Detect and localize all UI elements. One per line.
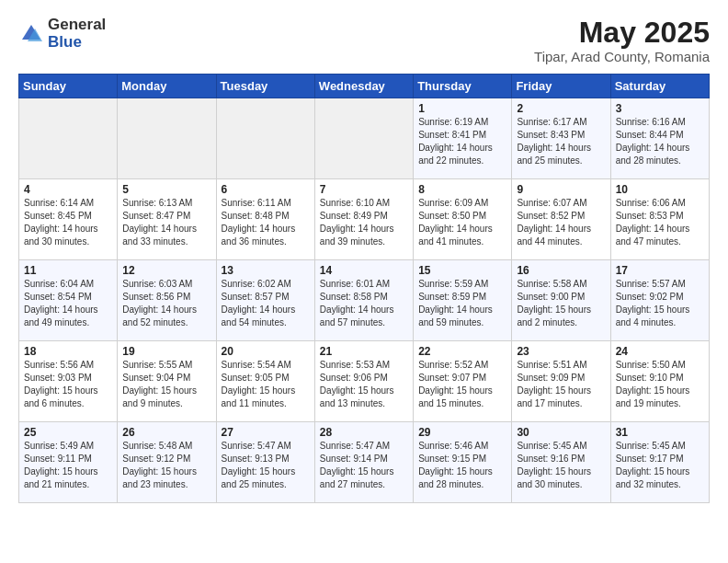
day-number: 27	[222, 426, 310, 439]
day-number: 30	[517, 426, 605, 439]
day-number: 23	[517, 345, 605, 358]
calendar-cell	[314, 98, 413, 179]
day-info: Sunrise: 6:10 AM Sunset: 8:49 PM Dayligh…	[320, 197, 408, 248]
calendar-cell: 12Sunrise: 6:03 AM Sunset: 8:56 PM Dayli…	[118, 260, 216, 341]
day-number: 1	[418, 102, 506, 115]
calendar-week-row: 4Sunrise: 6:14 AM Sunset: 8:45 PM Daylig…	[19, 179, 710, 260]
calendar-cell: 9Sunrise: 6:07 AM Sunset: 8:52 PM Daylig…	[512, 179, 610, 260]
day-info: Sunrise: 5:57 AM Sunset: 9:02 PM Dayligh…	[616, 278, 704, 329]
calendar-cell: 29Sunrise: 5:46 AM Sunset: 9:15 PM Dayli…	[414, 422, 512, 503]
calendar-cell: 8Sunrise: 6:09 AM Sunset: 8:50 PM Daylig…	[414, 179, 512, 260]
calendar-cell: 14Sunrise: 6:01 AM Sunset: 8:58 PM Dayli…	[314, 260, 413, 341]
calendar-cell: 26Sunrise: 5:48 AM Sunset: 9:12 PM Dayli…	[118, 422, 216, 503]
day-number: 22	[418, 345, 506, 358]
day-number: 11	[24, 264, 112, 277]
day-header-wednesday: Wednesday	[314, 75, 413, 98]
day-info: Sunrise: 5:52 AM Sunset: 9:07 PM Dayligh…	[418, 359, 506, 410]
calendar-subtitle: Tipar, Arad County, Romania	[534, 49, 710, 64]
logo-text: General Blue	[48, 17, 106, 51]
title-block: May 2025 Tipar, Arad County, Romania	[534, 17, 710, 64]
calendar-cell: 3Sunrise: 6:16 AM Sunset: 8:44 PM Daylig…	[610, 98, 709, 179]
day-number: 7	[320, 183, 408, 196]
calendar-week-row: 11Sunrise: 6:04 AM Sunset: 8:54 PM Dayli…	[19, 260, 710, 341]
day-info: Sunrise: 5:48 AM Sunset: 9:12 PM Dayligh…	[122, 440, 210, 491]
calendar-cell: 18Sunrise: 5:56 AM Sunset: 9:03 PM Dayli…	[19, 341, 118, 422]
day-number: 2	[517, 102, 605, 115]
day-info: Sunrise: 5:51 AM Sunset: 9:09 PM Dayligh…	[517, 359, 605, 410]
calendar-cell: 28Sunrise: 5:47 AM Sunset: 9:14 PM Dayli…	[314, 422, 413, 503]
day-info: Sunrise: 6:06 AM Sunset: 8:53 PM Dayligh…	[616, 197, 704, 248]
day-header-saturday: Saturday	[610, 75, 709, 98]
calendar-cell	[118, 98, 216, 179]
calendar-cell	[216, 98, 314, 179]
day-number: 6	[222, 183, 310, 196]
calendar-week-row: 18Sunrise: 5:56 AM Sunset: 9:03 PM Dayli…	[19, 341, 710, 422]
day-number: 16	[517, 264, 605, 277]
day-number: 8	[418, 183, 506, 196]
day-info: Sunrise: 5:47 AM Sunset: 9:13 PM Dayligh…	[222, 440, 310, 491]
day-info: Sunrise: 5:58 AM Sunset: 9:00 PM Dayligh…	[517, 278, 605, 329]
calendar-cell: 24Sunrise: 5:50 AM Sunset: 9:10 PM Dayli…	[610, 341, 709, 422]
calendar-table: SundayMondayTuesdayWednesdayThursdayFrid…	[18, 74, 710, 503]
day-number: 21	[320, 345, 408, 358]
calendar-cell: 22Sunrise: 5:52 AM Sunset: 9:07 PM Dayli…	[414, 341, 512, 422]
calendar-cell: 27Sunrise: 5:47 AM Sunset: 9:13 PM Dayli…	[216, 422, 314, 503]
day-number: 12	[122, 264, 210, 277]
day-number: 24	[616, 345, 704, 358]
page: General Blue May 2025 Tipar, Arad County…	[0, 0, 728, 520]
calendar-cell: 23Sunrise: 5:51 AM Sunset: 9:09 PM Dayli…	[512, 341, 610, 422]
day-number: 29	[418, 426, 506, 439]
day-info: Sunrise: 5:45 AM Sunset: 9:17 PM Dayligh…	[616, 440, 704, 491]
day-info: Sunrise: 5:47 AM Sunset: 9:14 PM Dayligh…	[320, 440, 408, 491]
day-info: Sunrise: 5:55 AM Sunset: 9:04 PM Dayligh…	[122, 359, 210, 410]
day-number: 20	[222, 345, 310, 358]
day-info: Sunrise: 6:04 AM Sunset: 8:54 PM Dayligh…	[24, 278, 112, 329]
calendar-cell: 16Sunrise: 5:58 AM Sunset: 9:00 PM Dayli…	[512, 260, 610, 341]
day-number: 10	[616, 183, 704, 196]
day-info: Sunrise: 6:09 AM Sunset: 8:50 PM Dayligh…	[418, 197, 506, 248]
calendar-cell	[19, 98, 118, 179]
day-number: 15	[418, 264, 506, 277]
day-info: Sunrise: 6:17 AM Sunset: 8:43 PM Dayligh…	[517, 116, 605, 167]
calendar-cell: 6Sunrise: 6:11 AM Sunset: 8:48 PM Daylig…	[216, 179, 314, 260]
day-info: Sunrise: 6:07 AM Sunset: 8:52 PM Dayligh…	[517, 197, 605, 248]
day-number: 4	[24, 183, 112, 196]
day-number: 31	[616, 426, 704, 439]
day-info: Sunrise: 5:53 AM Sunset: 9:06 PM Dayligh…	[320, 359, 408, 410]
day-number: 9	[517, 183, 605, 196]
day-info: Sunrise: 5:54 AM Sunset: 9:05 PM Dayligh…	[222, 359, 310, 410]
calendar-cell: 21Sunrise: 5:53 AM Sunset: 9:06 PM Dayli…	[314, 341, 413, 422]
day-number: 17	[616, 264, 704, 277]
logo: General Blue	[18, 17, 106, 51]
calendar-cell: 5Sunrise: 6:13 AM Sunset: 8:47 PM Daylig…	[118, 179, 216, 260]
calendar-cell: 4Sunrise: 6:14 AM Sunset: 8:45 PM Daylig…	[19, 179, 118, 260]
calendar-cell: 17Sunrise: 5:57 AM Sunset: 9:02 PM Dayli…	[610, 260, 709, 341]
calendar-cell: 11Sunrise: 6:04 AM Sunset: 8:54 PM Dayli…	[19, 260, 118, 341]
day-number: 28	[320, 426, 408, 439]
day-number: 14	[320, 264, 408, 277]
header: General Blue May 2025 Tipar, Arad County…	[18, 17, 710, 64]
day-header-monday: Monday	[118, 75, 216, 98]
day-number: 5	[122, 183, 210, 196]
day-info: Sunrise: 5:46 AM Sunset: 9:15 PM Dayligh…	[418, 440, 506, 491]
day-info: Sunrise: 6:13 AM Sunset: 8:47 PM Dayligh…	[122, 197, 210, 248]
calendar-cell: 7Sunrise: 6:10 AM Sunset: 8:49 PM Daylig…	[314, 179, 413, 260]
calendar-cell: 13Sunrise: 6:02 AM Sunset: 8:57 PM Dayli…	[216, 260, 314, 341]
calendar-week-row: 25Sunrise: 5:49 AM Sunset: 9:11 PM Dayli…	[19, 422, 710, 503]
calendar-cell: 1Sunrise: 6:19 AM Sunset: 8:41 PM Daylig…	[414, 98, 512, 179]
day-info: Sunrise: 6:01 AM Sunset: 8:58 PM Dayligh…	[320, 278, 408, 329]
calendar-cell: 15Sunrise: 5:59 AM Sunset: 8:59 PM Dayli…	[414, 260, 512, 341]
logo-icon	[18, 21, 44, 47]
day-header-row: SundayMondayTuesdayWednesdayThursdayFrid…	[19, 75, 710, 98]
day-header-friday: Friday	[512, 75, 610, 98]
day-number: 25	[24, 426, 112, 439]
day-info: Sunrise: 6:03 AM Sunset: 8:56 PM Dayligh…	[122, 278, 210, 329]
day-number: 13	[222, 264, 310, 277]
day-header-tuesday: Tuesday	[216, 75, 314, 98]
day-info: Sunrise: 5:49 AM Sunset: 9:11 PM Dayligh…	[24, 440, 112, 491]
calendar-cell: 10Sunrise: 6:06 AM Sunset: 8:53 PM Dayli…	[610, 179, 709, 260]
calendar-cell: 2Sunrise: 6:17 AM Sunset: 8:43 PM Daylig…	[512, 98, 610, 179]
day-number: 18	[24, 345, 112, 358]
day-number: 3	[616, 102, 704, 115]
calendar-cell: 19Sunrise: 5:55 AM Sunset: 9:04 PM Dayli…	[118, 341, 216, 422]
